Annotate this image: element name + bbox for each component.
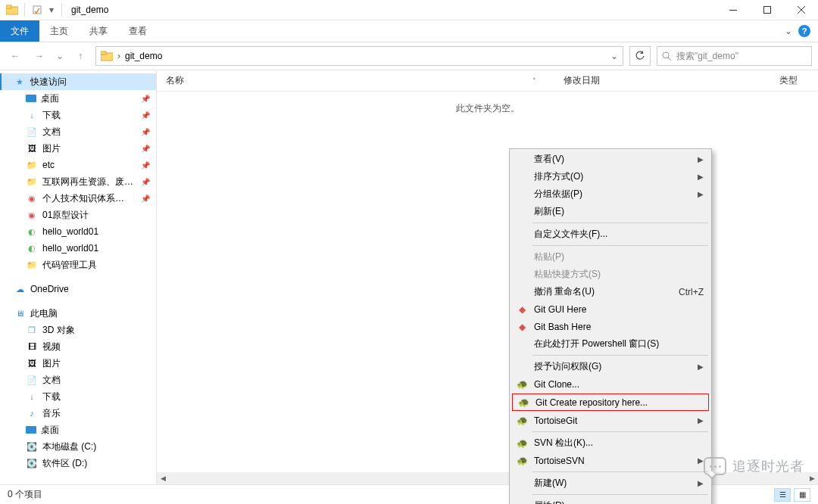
svg-point-7: [663, 52, 669, 58]
chevron-right-icon: ▶: [698, 173, 704, 181]
svn-icon: 🐢: [516, 437, 528, 450]
folder-icon: 📁: [26, 176, 38, 188]
sidebar-item-personal[interactable]: ◉个人技术知识体系@吴川生📌: [0, 190, 156, 207]
cm-view[interactable]: 查看(V)▶: [511, 151, 710, 168]
chevron-right-icon: ▶: [698, 190, 704, 198]
cm-properties[interactable]: 属性(R): [511, 497, 710, 504]
pictures-icon: 🖼: [26, 357, 38, 369]
sidebar-item-hw2[interactable]: ◐hello_world01: [0, 240, 156, 257]
breadcrumb-segment[interactable]: git_demo: [125, 51, 162, 61]
sidebar-item-desktop[interactable]: 桌面📌: [0, 90, 156, 107]
music-icon: ♪: [26, 407, 38, 419]
svg-rect-4: [763, 7, 770, 14]
recent-dropdown-icon[interactable]: ⌄: [55, 47, 65, 65]
folder-icon[interactable]: [5, 2, 20, 17]
ribbon-tabs: 文件 主页 共享 查看 ⌄ ?: [0, 20, 818, 42]
cm-undo-rename[interactable]: 撤消 重命名(U)Ctrl+Z: [511, 283, 710, 300]
sidebar-item-hw1[interactable]: ◐hello_world01: [0, 223, 156, 240]
empty-folder-label: 此文件夹为空。: [157, 102, 818, 115]
sidebar-item-3dobjects[interactable]: ❐3D 对象: [0, 322, 156, 338]
sidebar-item-thispc[interactable]: 🖥此电脑: [0, 305, 156, 322]
ribbon-tab-view[interactable]: 查看: [118, 20, 158, 42]
pin-icon: 📌: [141, 145, 150, 153]
ribbon-tab-file[interactable]: 文件: [0, 20, 39, 42]
forward-button[interactable]: →: [30, 47, 48, 65]
pc-icon: 🖥: [14, 307, 26, 319]
watermark-text: 追逐时光者: [732, 457, 804, 475]
cm-powershell[interactable]: 在此处打开 Powershell 窗口(S): [511, 335, 710, 353]
sidebar-item-downloads[interactable]: ↓下载📌: [0, 107, 156, 123]
back-button[interactable]: ←: [6, 47, 24, 65]
sidebar-item-codemanage[interactable]: 📁代码管理工具: [0, 257, 156, 273]
content-pane: 名称 ˄ 修改日期 类型 此文件夹为空。: [157, 70, 818, 484]
cm-tortoise-svn[interactable]: 🐢TortoiseSVN▶: [511, 452, 710, 469]
help-icon[interactable]: ?: [798, 25, 810, 37]
cm-git-bash[interactable]: ◆Git Bash Here: [511, 318, 710, 335]
cm-new[interactable]: 新建(W)▶: [511, 474, 710, 492]
properties-icon[interactable]: [30, 2, 45, 17]
sidebar-item-quick-access[interactable]: ★ 快速访问: [0, 73, 156, 90]
close-button[interactable]: [784, 0, 818, 20]
sidebar-item-etc[interactable]: 📁etc📌: [0, 157, 156, 173]
download-icon: ↓: [26, 109, 38, 121]
chevron-right-icon[interactable]: ›: [117, 51, 120, 61]
svg-rect-1: [6, 5, 11, 8]
watermark: 追逐时光者: [704, 457, 804, 475]
cm-tortoise-git[interactable]: 🐢TortoiseGit▶: [511, 412, 710, 429]
ribbon-tab-home[interactable]: 主页: [39, 20, 79, 42]
ribbon-tab-share[interactable]: 共享: [79, 20, 118, 42]
cm-git-clone[interactable]: 🐢Git Clone...: [511, 375, 710, 393]
search-icon: [662, 51, 672, 61]
cm-svn-checkout[interactable]: 🐢SVN 检出(K)...: [511, 434, 710, 452]
details-view-button[interactable]: ☰: [774, 488, 791, 502]
sidebar-item-pictures2[interactable]: 🖼图片: [0, 355, 156, 372]
context-menu: 查看(V)▶ 排序方式(O)▶ 分组依据(P)▶ 刷新(E) 自定义文件夹(F)…: [509, 148, 712, 504]
drive-icon: 💽: [26, 440, 38, 453]
address-dropdown-icon[interactable]: ⌄: [610, 51, 618, 61]
sidebar-item-downloads2[interactable]: ↓下载: [0, 388, 156, 405]
sidebar-item-soft-d[interactable]: 💽软件区 (D:): [0, 455, 156, 471]
maximize-button[interactable]: [750, 0, 784, 20]
sidebar-item-onedrive[interactable]: ☁OneDrive: [0, 281, 156, 297]
sidebar-item-local-c[interactable]: 💽本地磁盘 (C:): [0, 438, 156, 455]
disc-icon: ◉: [26, 209, 38, 221]
address-bar[interactable]: › git_demo ⌄: [95, 46, 623, 66]
large-icons-view-button[interactable]: ▦: [794, 488, 810, 502]
cm-paste: 粘贴(P): [511, 248, 710, 266]
cm-group[interactable]: 分组依据(P)▶: [511, 185, 710, 203]
sidebar-item-internet[interactable]: 📁互联网再生资源、废品回收📌: [0, 173, 156, 190]
up-button[interactable]: ↑: [71, 47, 89, 65]
chevron-right-icon: ▶: [698, 155, 704, 163]
sidebar-item-desktop2[interactable]: 桌面: [0, 422, 156, 438]
sidebar-item-documents[interactable]: 📄文档📌: [0, 123, 156, 140]
sidebar-item-proto[interactable]: ◉01原型设计: [0, 207, 156, 223]
cm-sort[interactable]: 排序方式(O)▶: [511, 168, 710, 185]
refresh-button[interactable]: [629, 46, 651, 66]
cm-git-create[interactable]: 🐢Git Create repository here...: [513, 394, 708, 410]
scroll-left-icon[interactable]: ◀: [157, 472, 169, 484]
minimize-button[interactable]: [716, 0, 750, 20]
svg-rect-3: [729, 10, 737, 11]
cm-access[interactable]: 授予访问权限(G)▶: [511, 358, 710, 375]
scroll-right-icon[interactable]: ▶: [806, 472, 818, 484]
desktop-icon: [26, 95, 36, 102]
cm-git-gui[interactable]: ◆Git GUI Here: [511, 300, 710, 318]
chevron-right-icon: ▶: [698, 362, 704, 371]
sidebar-item-pictures[interactable]: 🖼图片📌: [0, 140, 156, 157]
sidebar-item-documents2[interactable]: 📄文档: [0, 372, 156, 388]
document-icon: 📄: [26, 126, 38, 138]
cm-refresh[interactable]: 刷新(E): [511, 203, 710, 220]
qat-dropdown-icon[interactable]: ▾: [46, 5, 57, 15]
column-header-name[interactable]: 名称 ˄: [157, 74, 554, 87]
column-header-type[interactable]: 类型: [770, 74, 818, 87]
cm-customize[interactable]: 自定义文件夹(F)...: [511, 226, 710, 243]
search-box[interactable]: 搜索"git_demo": [657, 46, 812, 66]
column-header-date[interactable]: 修改日期: [554, 74, 770, 87]
sidebar-item-videos[interactable]: 🎞视频: [0, 338, 156, 355]
disc-icon: ◉: [26, 192, 38, 204]
git-icon: ◆: [516, 303, 528, 316]
pin-icon: 📌: [141, 161, 150, 170]
sidebar-item-music[interactable]: ♪音乐: [0, 405, 156, 422]
chevron-right-icon: ▶: [698, 456, 704, 465]
ribbon-expand-icon[interactable]: ⌄: [785, 26, 792, 36]
